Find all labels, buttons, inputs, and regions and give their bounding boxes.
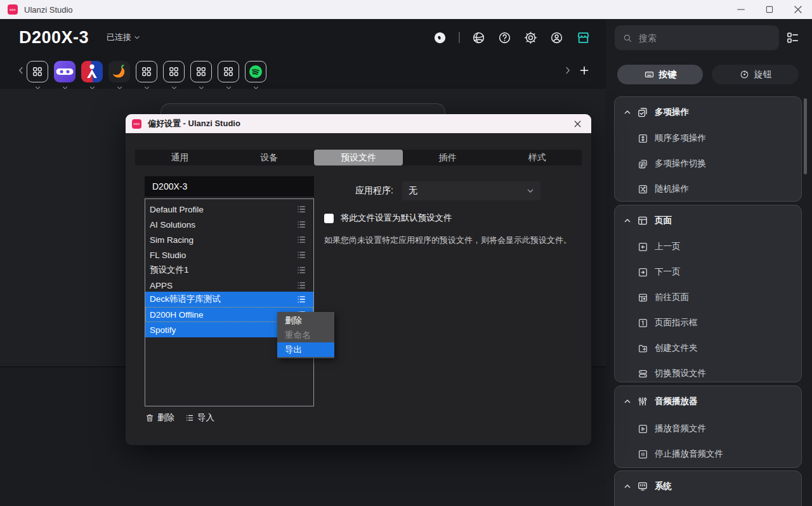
- maximize-button[interactable]: [755, 0, 783, 19]
- action-item[interactable]: 停止播放音频文件: [615, 447, 801, 461]
- profile-tile-grid-3[interactable]: [163, 61, 185, 82]
- switch-preset-icon: [637, 368, 649, 380]
- action-item[interactable]: 播放音频文件: [615, 422, 801, 436]
- actions-sidebar: 按键 旋钮 多项操作 顺序多项操作 多项操作切换 随机操作: [606, 19, 812, 506]
- action-item[interactable]: 页面指示框: [615, 316, 801, 330]
- default-profile-row: 将此文件设置为默认预设文件: [324, 212, 452, 224]
- chevron-up-icon: [622, 396, 632, 406]
- list-handle-icon[interactable]: [296, 234, 307, 245]
- header-divider: [459, 32, 460, 43]
- tab-general[interactable]: 通用: [135, 150, 225, 165]
- chevron-up-icon: [622, 107, 632, 117]
- app-header: D200X-3 已连接: [0, 19, 606, 56]
- goto-page-icon: [637, 292, 649, 304]
- close-button[interactable]: [783, 0, 812, 19]
- tab-device[interactable]: 设备: [225, 150, 314, 165]
- profile-tile-ai-solutions[interactable]: [54, 61, 75, 82]
- action-item[interactable]: 切换预设文件: [615, 367, 801, 380]
- multi-action-icon: [636, 106, 649, 119]
- profile-strip: [0, 56, 606, 89]
- profile-tile-grid-5[interactable]: [218, 61, 239, 82]
- profile-row-selected[interactable]: Deck韩语字库测试: [145, 292, 313, 307]
- action-item[interactable]: 创建文件夹: [615, 341, 801, 355]
- section-header[interactable]: 页面: [615, 214, 801, 228]
- multi-action-toggle-icon: [637, 158, 649, 170]
- list-handle-icon[interactable]: [296, 249, 307, 261]
- action-item[interactable]: 下一页: [615, 265, 801, 279]
- tab-knob[interactable]: 旋钮: [712, 65, 799, 84]
- profile-tile-sim-racing[interactable]: [81, 61, 103, 82]
- default-profile-checkbox[interactable]: [324, 214, 334, 223]
- context-export[interactable]: 导出: [277, 342, 334, 357]
- audio-player-icon: [636, 395, 649, 408]
- help-icon[interactable]: [497, 30, 512, 45]
- store-icon[interactable]: [575, 30, 591, 46]
- section-header[interactable]: 音频播放器: [615, 394, 801, 408]
- chevron-up-icon: [622, 216, 632, 226]
- action-item[interactable]: 前往页面: [615, 290, 801, 304]
- chevron-up-icon: [622, 481, 632, 491]
- list-handle-icon[interactable]: [296, 294, 307, 305]
- minimize-button[interactable]: [726, 0, 755, 19]
- profile-row[interactable]: AI Solutions: [145, 217, 313, 232]
- search-input[interactable]: [638, 32, 761, 44]
- profile-tile-grid-4[interactable]: [190, 61, 212, 82]
- app-logo-icon: UZO: [132, 119, 141, 129]
- connection-status[interactable]: 已连接: [107, 32, 141, 43]
- profile-row[interactable]: APPS: [145, 278, 313, 293]
- profile-row[interactable]: 预设文件1: [145, 263, 313, 278]
- device-name: D200X-3: [19, 28, 89, 48]
- trash-icon: [145, 413, 155, 423]
- action-item[interactable]: 顺序多项操作: [615, 131, 801, 145]
- keyboard-icon: [644, 69, 655, 80]
- account-icon[interactable]: [549, 30, 564, 45]
- sidebar-scrollbar[interactable]: [804, 98, 807, 174]
- section-system: 系统: [614, 470, 802, 506]
- profile-tile-grid-1[interactable]: [27, 61, 48, 82]
- dialog-tabbar: 通用 设备 预设文件 插件 样式: [135, 150, 582, 165]
- context-delete[interactable]: 删除: [277, 313, 334, 328]
- action-item[interactable]: 上一页: [615, 240, 801, 254]
- stop-audio-icon: [637, 448, 649, 460]
- theme-toggle-icon[interactable]: [433, 30, 447, 45]
- search-icon: [622, 33, 632, 43]
- tab-keys[interactable]: 按键: [617, 65, 703, 84]
- profile-list: Default Profile AI Solutions Sim Racing …: [145, 198, 314, 406]
- profile-row[interactable]: FL Studio: [145, 247, 313, 263]
- tab-preset-files[interactable]: 预设文件: [314, 150, 403, 165]
- tab-style[interactable]: 样式: [492, 150, 582, 165]
- next-page-icon: [637, 266, 649, 278]
- play-audio-icon: [637, 423, 649, 435]
- section-header[interactable]: 多项操作: [615, 105, 801, 119]
- add-profile-button[interactable]: [579, 65, 590, 76]
- list-handle-icon[interactable]: [296, 204, 307, 215]
- dialog-title: 偏好设置 - Ulanzi Studio: [148, 118, 240, 129]
- strip-scroll-right-icon[interactable]: [562, 65, 573, 76]
- profile-row[interactable]: Default Profile: [145, 202, 313, 217]
- dialog-close-icon[interactable]: [568, 116, 586, 131]
- action-item[interactable]: 随机操作: [615, 182, 801, 196]
- tab-plugins[interactable]: 插件: [403, 150, 492, 165]
- import-list-icon: [185, 413, 195, 423]
- strip-scroll-left-icon[interactable]: [15, 65, 27, 76]
- profile-tile-grid-2[interactable]: [136, 61, 157, 82]
- list-handle-icon[interactable]: [296, 280, 307, 291]
- section-audio-player: 音频播放器 播放音频文件 停止播放音频文件: [614, 386, 802, 468]
- section-header[interactable]: 系统: [615, 479, 801, 493]
- language-globe-icon[interactable]: [471, 30, 486, 45]
- application-dropdown[interactable]: 无: [402, 181, 540, 200]
- previous-page-icon: [637, 241, 649, 253]
- profile-name-input[interactable]: D200X-3: [145, 176, 314, 197]
- application-label: 应用程序:: [355, 185, 393, 197]
- layout-list-icon[interactable]: [785, 30, 800, 45]
- import-profile-button[interactable]: 导入: [185, 412, 214, 424]
- profile-row[interactable]: Sim Racing: [145, 232, 313, 247]
- action-item[interactable]: 多项操作切换: [615, 157, 801, 171]
- list-handle-icon[interactable]: [296, 219, 307, 230]
- profile-tile-fl-studio[interactable]: [108, 61, 130, 82]
- settings-gear-icon[interactable]: [523, 30, 538, 45]
- list-handle-icon[interactable]: [296, 264, 307, 276]
- delete-profile-button[interactable]: 删除: [145, 412, 174, 424]
- profile-tile-spotify[interactable]: [245, 61, 266, 82]
- search-box[interactable]: [615, 25, 779, 50]
